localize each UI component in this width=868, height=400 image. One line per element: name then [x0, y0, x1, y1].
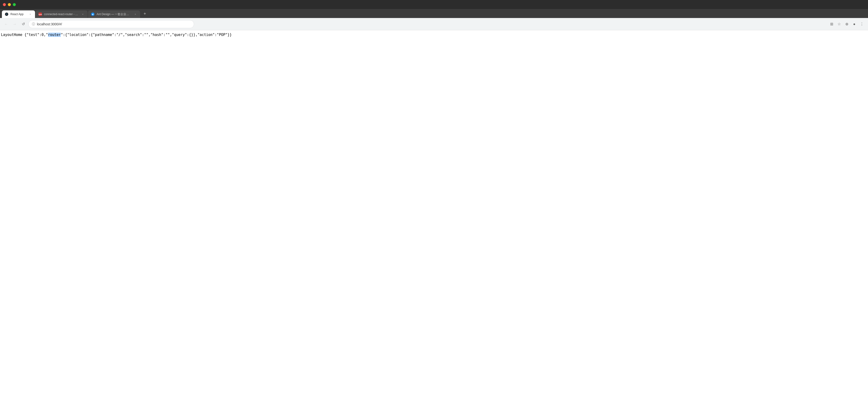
highlighted-word: router [48, 33, 61, 37]
bookmark-button[interactable]: ☆ [836, 21, 842, 27]
tab-npm-title: connected-react-router - npm [44, 12, 79, 16]
react-favicon-icon: ⚛ [5, 12, 8, 16]
tab-npm[interactable]: npm connected-react-router - npm × [35, 10, 88, 18]
forward-button[interactable]: → [11, 21, 18, 27]
tab-npm-close[interactable]: × [81, 12, 85, 16]
tab-bar: ⚛ React App × npm connected-react-router… [0, 9, 868, 18]
url-text: localhost:3000/#/ [37, 22, 190, 26]
tab-ant-design-title: Ant Design — 一套企业级 UI 设计… [97, 12, 131, 16]
tab-react-app-title: React App [10, 12, 27, 16]
menu-button[interactable]: ⋮ [859, 21, 865, 27]
tab-ant-design[interactable]: ◆ Ant Design — 一套企业级 UI 设计… × [88, 10, 140, 18]
page-content: LayoutHome {"test":0,"router":{"location… [0, 30, 868, 39]
npm-favicon-icon: npm [38, 12, 42, 16]
traffic-lights [3, 3, 16, 6]
content-before-highlight: LayoutHome {"test":0," [1, 33, 48, 37]
back-button[interactable]: ← [3, 21, 9, 27]
profile-button[interactable]: ● [851, 21, 858, 27]
minimize-button[interactable] [8, 3, 11, 6]
url-bar[interactable]: ⓘ localhost:3000/#/ [28, 20, 194, 28]
content-after-highlight: ":{"location":{"pathname":"/","search":"… [61, 33, 232, 37]
close-button[interactable] [3, 3, 6, 6]
reload-button[interactable]: ↺ [20, 21, 27, 27]
ant-favicon-icon: ◆ [91, 12, 95, 16]
url-security-icon: ⓘ [32, 22, 35, 26]
address-bar: ← → ↺ ⓘ localhost:3000/#/ ⊞ ☆ ⊕ ● ⋮ [0, 18, 868, 30]
toolbar-icons: ⊞ ☆ ⊕ ● ⋮ [828, 21, 865, 27]
maximize-button[interactable] [13, 3, 16, 6]
extensions-button[interactable]: ⊕ [843, 21, 850, 27]
new-tab-button[interactable]: + [142, 10, 148, 17]
tab-react-app[interactable]: ⚛ React App × [2, 10, 35, 18]
tab-ant-design-close[interactable]: × [133, 12, 137, 16]
tab-react-app-close[interactable]: × [28, 12, 32, 16]
title-bar [0, 0, 868, 9]
translate-button[interactable]: ⊞ [828, 21, 835, 27]
